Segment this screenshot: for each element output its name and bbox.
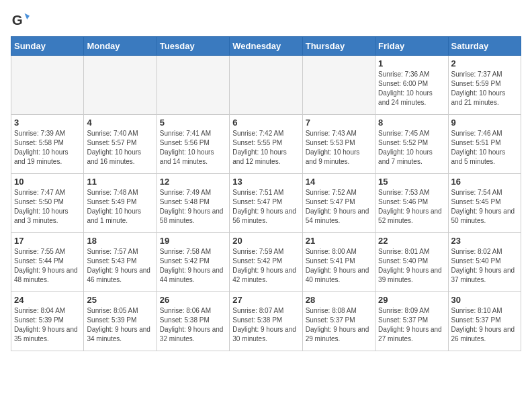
- day-info: Sunrise: 8:09 AM Sunset: 5:37 PM Dayligh…: [378, 306, 445, 344]
- day-info: Sunrise: 7:39 AM Sunset: 5:58 PM Dayligh…: [14, 129, 81, 167]
- day-info: Sunrise: 7:59 AM Sunset: 5:42 PM Dayligh…: [232, 247, 299, 285]
- calendar-cell: 1Sunrise: 7:36 AM Sunset: 6:00 PM Daylig…: [375, 56, 448, 115]
- calendar-cell: 28Sunrise: 8:08 AM Sunset: 5:37 PM Dayli…: [302, 292, 375, 351]
- calendar-cell: [302, 56, 375, 115]
- calendar-cell: 6Sunrise: 7:42 AM Sunset: 5:55 PM Daylig…: [230, 115, 302, 174]
- calendar-cell: 19Sunrise: 7:58 AM Sunset: 5:42 PM Dayli…: [157, 233, 229, 292]
- day-number: 4: [87, 118, 153, 128]
- day-info: Sunrise: 8:00 AM Sunset: 5:41 PM Dayligh…: [306, 247, 372, 285]
- day-number: 13: [232, 177, 299, 187]
- calendar-cell: [230, 56, 302, 115]
- day-number: 11: [87, 177, 153, 187]
- calendar-cell: 24Sunrise: 8:04 AM Sunset: 5:39 PM Dayli…: [11, 292, 84, 351]
- calendar-cell: 29Sunrise: 8:09 AM Sunset: 5:37 PM Dayli…: [375, 292, 448, 351]
- calendar-cell: 26Sunrise: 8:06 AM Sunset: 5:38 PM Dayli…: [157, 292, 229, 351]
- day-number: 16: [451, 177, 518, 187]
- calendar-header-thursday: Thursday: [302, 37, 375, 56]
- day-info: Sunrise: 7:42 AM Sunset: 5:55 PM Dayligh…: [232, 129, 299, 167]
- calendar-cell: 30Sunrise: 8:10 AM Sunset: 5:37 PM Dayli…: [448, 292, 521, 351]
- day-info: Sunrise: 8:04 AM Sunset: 5:39 PM Dayligh…: [14, 306, 81, 344]
- day-info: Sunrise: 7:51 AM Sunset: 5:47 PM Dayligh…: [232, 188, 299, 226]
- day-number: 12: [160, 177, 226, 187]
- day-number: 30: [451, 295, 518, 305]
- day-number: 3: [14, 118, 81, 128]
- logo: G: [11, 11, 32, 30]
- day-number: 19: [160, 236, 226, 246]
- calendar-header-sunday: Sunday: [11, 37, 84, 56]
- calendar-cell: 9Sunrise: 7:46 AM Sunset: 5:51 PM Daylig…: [448, 115, 521, 174]
- calendar-cell: 12Sunrise: 7:49 AM Sunset: 5:48 PM Dayli…: [157, 174, 229, 233]
- day-info: Sunrise: 7:41 AM Sunset: 5:56 PM Dayligh…: [160, 129, 226, 167]
- day-number: 25: [87, 295, 153, 305]
- day-number: 20: [232, 236, 299, 246]
- day-info: Sunrise: 7:54 AM Sunset: 5:45 PM Dayligh…: [451, 188, 518, 226]
- calendar-body: 1Sunrise: 7:36 AM Sunset: 6:00 PM Daylig…: [11, 56, 521, 351]
- calendar-cell: 4Sunrise: 7:40 AM Sunset: 5:57 PM Daylig…: [84, 115, 157, 174]
- day-info: Sunrise: 7:43 AM Sunset: 5:53 PM Dayligh…: [306, 129, 372, 167]
- day-info: Sunrise: 8:02 AM Sunset: 5:40 PM Dayligh…: [451, 247, 518, 285]
- day-info: Sunrise: 8:01 AM Sunset: 5:40 PM Dayligh…: [378, 247, 445, 285]
- logo-icon: G: [11, 11, 30, 30]
- calendar-header-row: SundayMondayTuesdayWednesdayThursdayFrid…: [11, 37, 521, 56]
- svg-text:G: G: [12, 12, 23, 28]
- calendar-cell: 5Sunrise: 7:41 AM Sunset: 5:56 PM Daylig…: [157, 115, 229, 174]
- day-info: Sunrise: 7:57 AM Sunset: 5:43 PM Dayligh…: [87, 247, 153, 285]
- calendar-cell: 8Sunrise: 7:45 AM Sunset: 5:52 PM Daylig…: [375, 115, 448, 174]
- page-header: G: [11, 11, 521, 30]
- day-number: 23: [451, 236, 518, 246]
- day-info: Sunrise: 7:48 AM Sunset: 5:49 PM Dayligh…: [87, 188, 153, 226]
- day-number: 24: [14, 295, 81, 305]
- day-info: Sunrise: 8:08 AM Sunset: 5:37 PM Dayligh…: [306, 306, 372, 344]
- calendar-header-saturday: Saturday: [448, 37, 521, 56]
- day-number: 15: [378, 177, 445, 187]
- calendar-header-monday: Monday: [84, 37, 157, 56]
- day-info: Sunrise: 7:52 AM Sunset: 5:47 PM Dayligh…: [306, 188, 372, 226]
- day-number: 21: [306, 236, 372, 246]
- day-number: 7: [306, 118, 372, 128]
- day-number: 22: [378, 236, 445, 246]
- calendar-cell: 23Sunrise: 8:02 AM Sunset: 5:40 PM Dayli…: [448, 233, 521, 292]
- day-info: Sunrise: 7:58 AM Sunset: 5:42 PM Dayligh…: [160, 247, 226, 285]
- calendar-cell: 7Sunrise: 7:43 AM Sunset: 5:53 PM Daylig…: [302, 115, 375, 174]
- day-number: 5: [160, 118, 226, 128]
- day-number: 26: [160, 295, 226, 305]
- calendar-cell: [84, 56, 157, 115]
- day-info: Sunrise: 7:55 AM Sunset: 5:44 PM Dayligh…: [14, 247, 81, 285]
- day-info: Sunrise: 8:07 AM Sunset: 5:38 PM Dayligh…: [232, 306, 299, 344]
- day-number: 6: [232, 118, 299, 128]
- calendar-week-1: 3Sunrise: 7:39 AM Sunset: 5:58 PM Daylig…: [11, 115, 521, 174]
- calendar-cell: 14Sunrise: 7:52 AM Sunset: 5:47 PM Dayli…: [302, 174, 375, 233]
- calendar-table: SundayMondayTuesdayWednesdayThursdayFrid…: [11, 36, 521, 351]
- calendar-cell: 20Sunrise: 7:59 AM Sunset: 5:42 PM Dayli…: [230, 233, 302, 292]
- calendar-week-0: 1Sunrise: 7:36 AM Sunset: 6:00 PM Daylig…: [11, 56, 521, 115]
- day-number: 17: [14, 236, 81, 246]
- day-info: Sunrise: 7:40 AM Sunset: 5:57 PM Dayligh…: [87, 129, 153, 167]
- day-number: 18: [87, 236, 153, 246]
- calendar-cell: 15Sunrise: 7:53 AM Sunset: 5:46 PM Dayli…: [375, 174, 448, 233]
- calendar-cell: 22Sunrise: 8:01 AM Sunset: 5:40 PM Dayli…: [375, 233, 448, 292]
- day-number: 8: [378, 118, 445, 128]
- calendar-cell: 13Sunrise: 7:51 AM Sunset: 5:47 PM Dayli…: [230, 174, 302, 233]
- calendar-cell: 2Sunrise: 7:37 AM Sunset: 5:59 PM Daylig…: [448, 56, 521, 115]
- calendar-cell: 17Sunrise: 7:55 AM Sunset: 5:44 PM Dayli…: [11, 233, 84, 292]
- day-info: Sunrise: 7:36 AM Sunset: 6:00 PM Dayligh…: [378, 70, 445, 107]
- calendar-cell: 16Sunrise: 7:54 AM Sunset: 5:45 PM Dayli…: [448, 174, 521, 233]
- calendar-week-4: 24Sunrise: 8:04 AM Sunset: 5:39 PM Dayli…: [11, 292, 521, 351]
- day-number: 9: [451, 118, 518, 128]
- day-info: Sunrise: 8:06 AM Sunset: 5:38 PM Dayligh…: [160, 306, 226, 344]
- day-number: 10: [14, 177, 81, 187]
- calendar-cell: 21Sunrise: 8:00 AM Sunset: 5:41 PM Dayli…: [302, 233, 375, 292]
- day-number: 27: [232, 295, 299, 305]
- day-info: Sunrise: 7:53 AM Sunset: 5:46 PM Dayligh…: [378, 188, 445, 226]
- day-number: 14: [306, 177, 372, 187]
- calendar-week-3: 17Sunrise: 7:55 AM Sunset: 5:44 PM Dayli…: [11, 233, 521, 292]
- calendar-week-2: 10Sunrise: 7:47 AM Sunset: 5:50 PM Dayli…: [11, 174, 521, 233]
- calendar-cell: [11, 56, 84, 115]
- day-info: Sunrise: 7:47 AM Sunset: 5:50 PM Dayligh…: [14, 188, 81, 226]
- calendar-header-wednesday: Wednesday: [230, 37, 302, 56]
- day-number: 28: [306, 295, 372, 305]
- day-number: 1: [378, 58, 445, 68]
- calendar-cell: 18Sunrise: 7:57 AM Sunset: 5:43 PM Dayli…: [84, 233, 157, 292]
- day-info: Sunrise: 8:05 AM Sunset: 5:39 PM Dayligh…: [87, 306, 153, 344]
- day-info: Sunrise: 8:10 AM Sunset: 5:37 PM Dayligh…: [451, 306, 518, 344]
